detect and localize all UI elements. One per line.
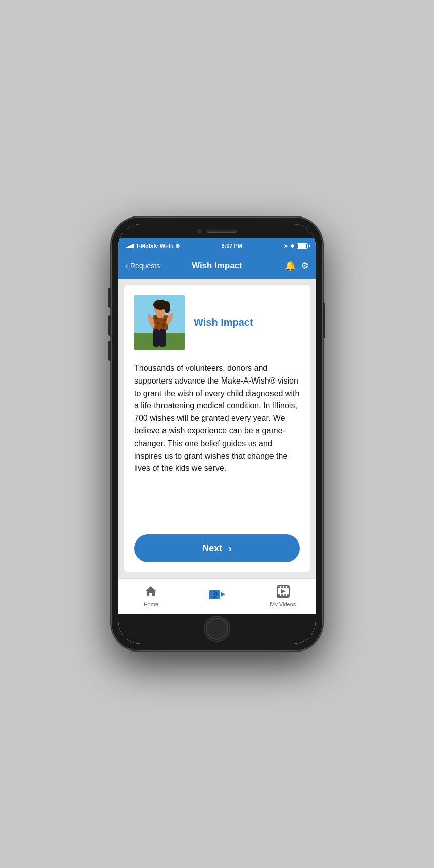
- content-card: Wish Impact Thousands of volunteers, don…: [124, 285, 310, 572]
- svg-point-6: [155, 317, 158, 320]
- svg-rect-13: [153, 329, 159, 347]
- svg-rect-27: [281, 586, 283, 588]
- status-left: T-Mobile Wi-Fi ⊜: [126, 243, 180, 249]
- gear-icon[interactable]: ⚙: [301, 260, 309, 272]
- svg-rect-14: [159, 329, 166, 347]
- wifi-icon: ⊜: [175, 243, 180, 249]
- svg-marker-34: [281, 589, 286, 593]
- svg-rect-32: [284, 594, 286, 596]
- media-icon: [208, 588, 226, 603]
- nav-icons: 🔔 ⚙: [263, 260, 309, 272]
- location-icon: ➤: [284, 243, 288, 249]
- svg-rect-15: [157, 314, 164, 318]
- bell-icon[interactable]: 🔔: [285, 260, 296, 272]
- phone-bottom-bar: [118, 614, 316, 644]
- tab-media[interactable]: [184, 588, 250, 605]
- speaker: [206, 230, 237, 233]
- home-icon: [144, 585, 157, 600]
- signal-bars: [126, 243, 134, 248]
- status-bar: T-Mobile Wi-Fi ⊜ 8:07 PM ➤ ✱: [118, 238, 316, 253]
- bluetooth-icon: ✱: [290, 243, 294, 249]
- my-videos-icon: [277, 585, 290, 600]
- nav-title: Wish Impact: [176, 261, 258, 271]
- signal-bar-4: [132, 244, 134, 248]
- phone-screen: T-Mobile Wi-Fi ⊜ 8:07 PM ➤ ✱ ‹ Requests …: [118, 224, 316, 644]
- tab-my-videos[interactable]: My Videos: [250, 585, 316, 607]
- card-body: Thousands of volunteers, donors and supp…: [134, 362, 300, 475]
- svg-rect-30: [278, 594, 280, 596]
- svg-point-9: [157, 322, 159, 325]
- svg-point-24: [215, 592, 218, 594]
- next-button-chevron-icon: ›: [228, 542, 232, 554]
- next-button[interactable]: Next ›: [134, 534, 300, 562]
- time-label: 8:07 PM: [221, 243, 242, 249]
- back-chevron-icon: ‹: [125, 261, 128, 270]
- home-button[interactable]: [206, 618, 228, 640]
- svg-rect-29: [287, 586, 289, 588]
- svg-point-10: [162, 323, 165, 327]
- svg-rect-26: [278, 586, 280, 588]
- svg-rect-28: [284, 586, 286, 588]
- svg-marker-21: [221, 592, 225, 597]
- svg-marker-16: [145, 586, 156, 596]
- phone-top-notch: [118, 224, 316, 238]
- card-image-svg: [134, 295, 185, 350]
- card-spacer: [134, 485, 300, 526]
- next-button-label: Next: [202, 543, 222, 554]
- battery-icon: [297, 243, 308, 249]
- battery-fill: [298, 244, 306, 248]
- tab-home[interactable]: Home: [118, 585, 184, 607]
- svg-rect-23: [211, 594, 214, 597]
- card-title: Wish Impact: [194, 317, 253, 329]
- carrier-label: T-Mobile Wi-Fi: [136, 243, 173, 249]
- signal-bar-1: [126, 247, 128, 248]
- nav-bar: ‹ Requests Wish Impact 🔔 ⚙: [118, 253, 316, 279]
- tab-bar: Home: [118, 578, 316, 614]
- svg-point-8: [163, 319, 166, 322]
- svg-point-4: [164, 301, 170, 313]
- svg-rect-33: [287, 594, 289, 596]
- back-label: Requests: [130, 262, 160, 270]
- svg-point-22: [211, 592, 214, 594]
- svg-rect-31: [281, 594, 283, 596]
- signal-bar-2: [128, 246, 130, 248]
- camera: [197, 229, 201, 233]
- card-header: Wish Impact: [134, 295, 300, 350]
- main-content: Wish Impact Thousands of volunteers, don…: [118, 279, 316, 578]
- status-right: ➤ ✱: [284, 243, 308, 249]
- tab-my-videos-label: My Videos: [270, 601, 296, 607]
- card-image: [134, 295, 185, 350]
- back-button[interactable]: ‹ Requests: [125, 261, 171, 270]
- signal-bar-3: [130, 245, 132, 248]
- tab-home-label: Home: [144, 601, 158, 607]
- phone-frame: T-Mobile Wi-Fi ⊜ 8:07 PM ➤ ✱ ‹ Requests …: [111, 217, 323, 651]
